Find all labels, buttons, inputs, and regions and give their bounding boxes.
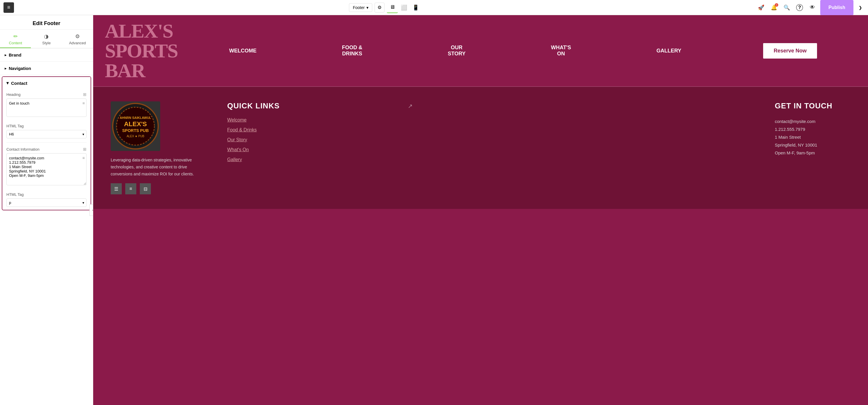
help-button[interactable]: ? xyxy=(795,3,805,12)
circle-half-icon: ◑ xyxy=(44,33,49,40)
top-bar-center: Footer ▾ ⚙ 🖥 ⬜ 📱 xyxy=(16,2,754,13)
settings-button[interactable]: ⚙ xyxy=(375,3,384,12)
contact-accordion-header[interactable]: ▾ Contact xyxy=(2,77,91,89)
nav-whats-on[interactable]: WHAT'SON xyxy=(548,42,575,59)
footer-link-our-story[interactable]: Our Story xyxy=(227,137,757,143)
contact-info-label-row: Contact Information ⊞ xyxy=(6,147,87,152)
rocket-button[interactable]: 🚀 xyxy=(756,3,766,12)
nav-our-story[interactable]: OURSTORY xyxy=(444,42,469,59)
footer-logo-image: AHNRN SAIKLAWUL ALEX'S SPORTS PUB ALEX ★… xyxy=(111,101,160,151)
chevron-down-icon: ▾ xyxy=(366,5,369,10)
contact-info-list-icon[interactable]: ≡ xyxy=(83,156,85,160)
brand-chevron-icon: ▸ xyxy=(5,53,6,57)
contact-info-grid-icon[interactable]: ⊞ xyxy=(83,147,87,152)
svg-text:ALEX ★ PUB: ALEX ★ PUB xyxy=(127,135,145,138)
tab-content[interactable]: ✏ Content xyxy=(0,30,31,48)
heading-html-tag-label: HTML Tag xyxy=(6,124,24,128)
rocket-icon: 🚀 xyxy=(758,4,764,11)
contact-html-tag-label-row: HTML Tag xyxy=(6,192,87,197)
contact-html-tag-select[interactable]: pdivspanli xyxy=(6,198,87,207)
mobile-icon: 📱 xyxy=(412,4,419,11)
eye-icon: 👁 xyxy=(810,4,815,10)
preview-button[interactable]: 👁 xyxy=(807,3,817,12)
notification-badge: 1 xyxy=(775,3,778,7)
contact-info-field-group: Contact Information ⊞ contact@mysite.com… xyxy=(2,144,91,189)
svg-text:AHNRN SAIKLAWUL: AHNRN SAIKLAWUL xyxy=(120,116,151,120)
elementor-logo[interactable]: ≡ xyxy=(3,2,14,13)
navigation-accordion-header[interactable]: ▸ Navigation xyxy=(0,62,93,75)
social-icon-3[interactable]: ⊟ xyxy=(140,183,151,194)
footer-link-gallery[interactable]: Gallery xyxy=(227,157,757,162)
expand-button[interactable]: ❯ xyxy=(856,3,865,12)
footer-contact-info: contact@mysite.com 1.212.555.7979 1 Main… xyxy=(775,117,850,157)
footer-dropdown-label: Footer xyxy=(353,5,364,10)
tablet-view-button[interactable]: ⬜ xyxy=(399,2,409,13)
navigation-accordion: ▸ Navigation xyxy=(0,62,93,75)
desktop-view-button[interactable]: 🖥 xyxy=(387,2,398,13)
contact-city: Springfield, NY 10001 xyxy=(775,141,850,149)
align-center-icon: ≡ xyxy=(129,186,132,191)
heading-grid-icon[interactable]: ⊞ xyxy=(83,92,87,97)
get-in-touch-title: GET IN TOUCH xyxy=(775,101,850,111)
social-icon-1[interactable]: ☰ xyxy=(111,183,122,194)
footer-content: AHNRN SAIKLAWUL ALEX'S SPORTS PUB ALEX ★… xyxy=(93,87,868,209)
footer-link-food-drinks[interactable]: Food & Drinks xyxy=(227,127,757,132)
quick-links-title: QUICK LINKS xyxy=(227,101,757,111)
social-icon-2[interactable]: ≡ xyxy=(125,183,136,194)
svg-text:ALEX'S: ALEX'S xyxy=(124,120,147,128)
brand-accordion-header[interactable]: ▸ Brand xyxy=(0,49,93,61)
footer-middle-column: QUICK LINKS Welcome Food & Drinks Our St… xyxy=(227,101,757,167)
svg-text:SPORTS PUB: SPORTS PUB xyxy=(122,128,149,133)
contact-phone: 1.212.555.7979 xyxy=(775,125,850,133)
footer-link-whats-on[interactable]: What's On xyxy=(227,147,757,152)
contact-html-tag-label: HTML Tag xyxy=(6,192,24,197)
site-logo-text: ALEX'S SPORTS BAR xyxy=(105,21,178,81)
navigation-chevron-icon: ▸ xyxy=(5,66,6,70)
align-left-icon: ☰ xyxy=(114,186,118,192)
nav-gallery[interactable]: GALLERY xyxy=(653,45,685,56)
heading-textarea[interactable]: Get in touch xyxy=(6,98,87,117)
tab-content-label: Content xyxy=(9,41,22,45)
panel-collapse-handle[interactable]: ‹ xyxy=(89,204,93,216)
chevron-right-icon: ❯ xyxy=(859,5,862,10)
contact-chevron-icon: ▾ xyxy=(6,81,9,86)
contact-html-tag-select-wrap: pdivspanli ▾ xyxy=(6,198,87,207)
site-header: ALEX'S SPORTS BAR WELCOME FOOD &DRINKS O… xyxy=(93,15,868,87)
reserve-now-button[interactable]: Reserve Now xyxy=(763,43,817,59)
tab-style-label: Style xyxy=(42,41,51,45)
tablet-icon: ⬜ xyxy=(401,4,407,11)
footer-logo-svg: AHNRN SAIKLAWUL ALEX'S SPORTS PUB ALEX ★… xyxy=(112,103,159,150)
contact-info-textarea[interactable]: contact@mysite.com 1.212.555.7979 1 Main… xyxy=(6,153,87,185)
brand-accordion: ▸ Brand xyxy=(0,49,93,62)
heading-label-row: Heading ⊞ xyxy=(6,92,87,97)
mobile-view-button[interactable]: 📱 xyxy=(410,2,421,13)
heading-html-tag-select[interactable]: H1H2H3H4H5H6pdiv xyxy=(6,130,87,138)
nav-food-drinks[interactable]: FOOD &DRINKS xyxy=(338,42,366,59)
notifications-button[interactable]: 🔔 1 xyxy=(769,3,779,12)
preview-area: ALEX'S SPORTS BAR WELCOME FOOD &DRINKS O… xyxy=(93,15,868,405)
search-button[interactable]: 🔍 xyxy=(782,3,792,12)
footer-dropdown[interactable]: Footer ▾ xyxy=(349,3,372,12)
heading-label: Heading xyxy=(6,92,21,97)
tab-advanced[interactable]: ⚙ Advanced xyxy=(62,30,93,48)
contact-html-tag-group: HTML Tag pdivspanli ▾ xyxy=(2,189,91,210)
logo-line-2: SPORTS xyxy=(105,41,178,61)
tab-advanced-label: Advanced xyxy=(69,41,86,45)
heading-html-tag-select-wrap: H1H2H3H4H5H6pdiv ▾ xyxy=(6,130,87,138)
top-bar: ≡ Footer ▾ ⚙ 🖥 ⬜ 📱 🚀 🔔 1 xyxy=(0,0,868,15)
pencil-icon: ✏ xyxy=(13,33,18,40)
footer-right-column: GET IN TOUCH contact@mysite.com 1.212.55… xyxy=(775,101,850,157)
contact-street: 1 Main Street xyxy=(775,133,850,141)
heading-html-tag-group: HTML Tag H1H2H3H4H5H6pdiv ▾ xyxy=(2,121,91,141)
footer-link-welcome[interactable]: Welcome xyxy=(227,117,757,123)
desktop-icon: 🖥 xyxy=(390,4,395,10)
heading-list-icon[interactable]: ≡ xyxy=(83,101,85,105)
main-area: Edit Footer ✏ Content ◑ Style ⚙ Advanced… xyxy=(0,15,868,405)
footer-social-icons: ☰ ≡ ⊟ xyxy=(111,183,210,194)
logo-line-1: ALEX'S xyxy=(105,21,178,41)
publish-button[interactable]: Publish xyxy=(820,0,854,15)
help-icon: ? xyxy=(796,4,803,11)
nav-welcome[interactable]: WELCOME xyxy=(226,45,260,56)
tab-style[interactable]: ◑ Style xyxy=(31,30,62,48)
top-bar-right: 🚀 🔔 1 🔍 ? 👁 Publish ❯ xyxy=(756,0,865,15)
